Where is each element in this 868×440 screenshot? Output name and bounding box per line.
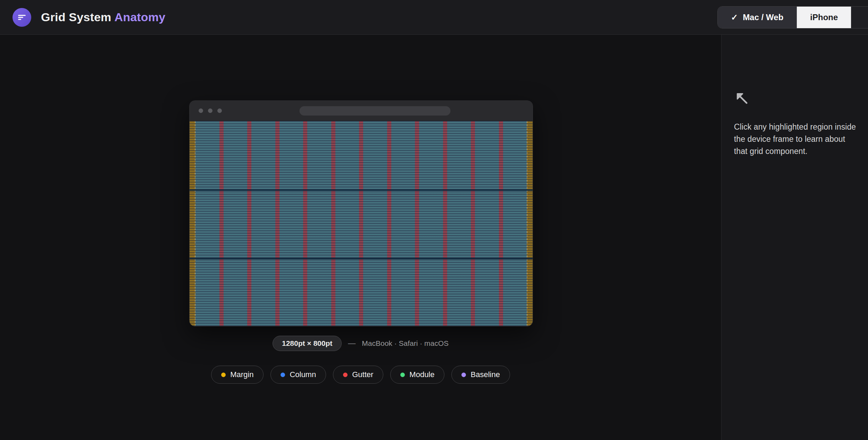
device-switcher: ✓ Mac / Web iPhone iPad (717, 6, 868, 28)
main-canvas: 1280pt × 800pt — MacBook · Safari · macO… (0, 35, 721, 440)
gutter-region[interactable] (303, 121, 307, 326)
gutter-region[interactable] (359, 121, 363, 326)
column-dot (281, 373, 285, 377)
device-meta: MacBook · Safari · macOS (362, 339, 449, 348)
gutter-region[interactable] (331, 121, 335, 326)
gutter-region[interactable] (247, 121, 251, 326)
close-window-dot[interactable] (199, 108, 203, 113)
legend: MarginColumnGutterModuleBaseline (0, 366, 721, 384)
column-region[interactable] (419, 121, 443, 326)
legend-chip-label: Baseline (470, 370, 500, 379)
column-region[interactable] (195, 121, 219, 326)
gutter-region[interactable] (387, 121, 391, 326)
gutter-region[interactable] (415, 121, 419, 326)
legend-chip-label: Margin (230, 370, 253, 379)
legend-chip-module[interactable]: Module (390, 366, 444, 384)
app-logo[interactable] (12, 8, 31, 27)
margin-region[interactable] (190, 121, 195, 326)
segment-iphone[interactable]: iPhone (796, 7, 851, 28)
traffic-lights (199, 108, 222, 113)
zoom-window-dot[interactable] (217, 108, 222, 113)
gutter-dot (343, 373, 348, 377)
segment-mac-web[interactable]: ✓ Mac / Web (718, 7, 796, 28)
column-region[interactable] (335, 121, 359, 326)
header: Grid SystemAnatomy ✓ Mac / Web iPhone iP… (0, 0, 868, 35)
gutter-region[interactable] (219, 121, 224, 326)
page-title: Grid SystemAnatomy (41, 10, 165, 24)
legend-chip-margin[interactable]: Margin (211, 366, 264, 384)
margin-dot (221, 373, 226, 377)
column-region[interactable] (279, 121, 303, 326)
margin-region[interactable] (527, 121, 533, 326)
gutter-region[interactable] (471, 121, 475, 326)
browser-titlebar (190, 101, 533, 121)
grid-anatomy (190, 121, 533, 326)
legend-chip-label: Gutter (352, 370, 373, 379)
column-region[interactable] (475, 121, 499, 326)
legend-chip-baseline[interactable]: Baseline (451, 366, 510, 384)
gutter-region[interactable] (275, 121, 279, 326)
sidebar-hint: Click any highlighted region inside the … (734, 121, 858, 157)
legend-chip-gutter[interactable]: Gutter (333, 366, 383, 384)
module-dot (400, 373, 405, 377)
baseline-dot (461, 373, 466, 377)
column-region[interactable] (447, 121, 471, 326)
dimension-badge: 1280pt × 800pt (273, 336, 342, 351)
column-region[interactable] (224, 121, 248, 326)
cursor-arrow-icon (734, 90, 750, 106)
gutter-region[interactable] (499, 121, 503, 326)
gutter-region[interactable] (443, 121, 447, 326)
column-region[interactable] (307, 121, 331, 326)
menu-lines-icon (17, 13, 27, 22)
url-bar[interactable] (300, 106, 451, 115)
caption-separator: — (348, 339, 356, 348)
legend-chip-column[interactable]: Column (270, 366, 326, 384)
minimize-window-dot[interactable] (208, 108, 212, 113)
column-region[interactable] (363, 121, 387, 326)
title-primary: Grid System (41, 10, 111, 24)
segment-label: iPhone (810, 13, 838, 22)
check-icon: ✓ (731, 13, 738, 22)
segment-ipad[interactable]: iPad (851, 7, 868, 28)
title-accent: Anatomy (115, 10, 166, 24)
browser-window (189, 100, 533, 326)
legend-chip-label: Module (409, 370, 434, 379)
legend-chip-label: Column (290, 370, 316, 379)
grid-columns (190, 121, 533, 326)
sidebar: Click any highlighted region inside the … (721, 35, 868, 440)
column-region[interactable] (251, 121, 275, 326)
device-caption: 1280pt × 800pt — MacBook · Safari · macO… (0, 336, 721, 351)
column-region[interactable] (391, 121, 415, 326)
segment-label: Mac / Web (743, 13, 783, 22)
column-region[interactable] (503, 121, 527, 326)
